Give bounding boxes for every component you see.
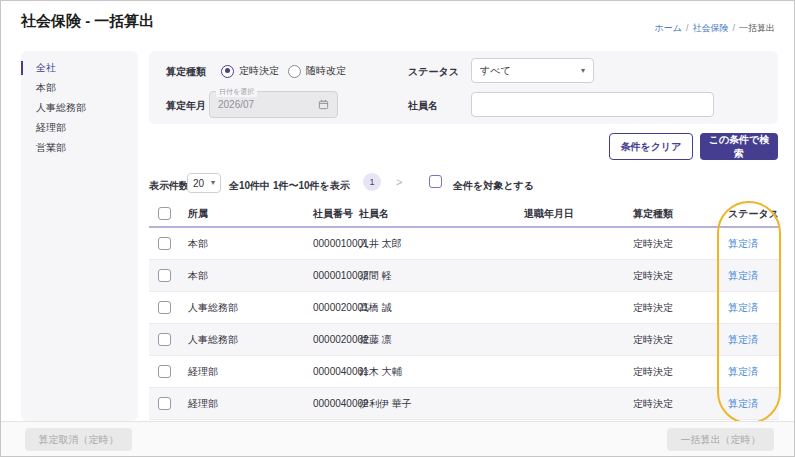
table-row: 本部 0000010002 須間 軽 定時決定 算定済 [149, 260, 779, 292]
app-window: 社会保険 - 一括算出 ホーム/社会保険/一括算出 全社 本部 人事総務部 経理… [0, 0, 795, 457]
employee-name-label: 社員名 [408, 99, 438, 113]
cell-employee-name: 伊利伊 華子 [359, 388, 412, 419]
cell-department: 本部 [188, 260, 208, 291]
table-header: 所属 社員番号 社員名 退職年月日 算定種類 ステータス [149, 201, 779, 228]
cell-calc-type: 定時決定 [633, 356, 673, 387]
cancel-calculation-button[interactable]: 算定取消（定時） [25, 428, 132, 451]
breadcrumb-current: 一括算出 [739, 23, 775, 33]
department-sidebar: 全社 本部 人事総務部 経理部 営業部 [21, 51, 138, 421]
header-select-all-checkbox[interactable] [158, 207, 171, 220]
page-size-value: 20 [193, 178, 204, 189]
status-select[interactable]: すべて ▾ [471, 58, 594, 83]
sidebar-item-hr-general-affairs[interactable]: 人事総務部 [21, 98, 138, 118]
table-row: 人事総務部 0000020002 佐藤 凛 定時決定 算定済 [149, 324, 779, 356]
status-link[interactable]: 算定済 [728, 260, 758, 291]
row-checkbox[interactable] [158, 333, 171, 346]
radio-label: 随時改定 [306, 64, 346, 78]
cell-department: 本部 [188, 228, 208, 259]
footer-action-bar: 算定取消（定時） 一括算出（定時） [1, 421, 794, 456]
cell-department: 経理部 [188, 356, 218, 387]
cell-calc-type: 定時決定 [633, 324, 673, 355]
cell-employee-name: 髙橋 誠 [359, 292, 392, 323]
select-all-records-label: 全件を対象とする [453, 179, 534, 193]
calc-type-label: 算定種類 [166, 65, 206, 79]
sidebar-item-accounting[interactable]: 経理部 [21, 118, 138, 138]
status-link[interactable]: 算定済 [728, 388, 758, 419]
breadcrumb: ホーム/社会保険/一括算出 [655, 22, 775, 35]
breadcrumb-link-home[interactable]: ホーム [655, 23, 682, 33]
select-all-records-checkbox[interactable] [429, 175, 442, 188]
status-filter-label: ステータス [408, 65, 459, 79]
row-checkbox[interactable] [158, 301, 171, 314]
row-checkbox[interactable] [158, 397, 171, 410]
calc-month-placeholder: 日付を選択 [216, 87, 257, 97]
row-checkbox[interactable] [158, 365, 171, 378]
cell-employee-name: 入井 太郎 [359, 228, 402, 259]
header-retirement-date: 退職年月日 [524, 207, 574, 221]
breadcrumb-link-insurance[interactable]: 社会保険 [692, 23, 728, 33]
header-employee-name: 社員名 [359, 207, 389, 221]
breadcrumb-separator: / [686, 23, 689, 33]
radio-occasional-revision[interactable]: 随時改定 [288, 64, 346, 78]
table-row: 本部 0000010001 入井 太郎 定時決定 算定済 [149, 228, 779, 260]
table-row: 人事総務部 0000020001 髙橋 誠 定時決定 算定済 [149, 292, 779, 324]
sidebar-item-label: 全社 [36, 62, 56, 73]
radio-scheduled-decision[interactable]: 定時決定 [221, 64, 279, 78]
table-row: 経理部 0000040001 鈴木 大輔 定時決定 算定済 [149, 356, 779, 388]
sidebar-item-label: 本部 [36, 82, 56, 93]
cell-department: 人事総務部 [188, 324, 238, 355]
filter-panel: 算定種類 定時決定 随時改定 ステータス すべて ▾ 算定年月 日付を選択 20… [149, 51, 778, 124]
header-employee-no: 社員番号 [313, 207, 353, 221]
sidebar-item-label: 人事総務部 [36, 102, 86, 113]
calc-month-value: 2026/07 [218, 99, 318, 110]
sidebar-item-label: 経理部 [36, 122, 66, 133]
cell-calc-type: 定時決定 [633, 292, 673, 323]
breadcrumb-separator: / [732, 23, 735, 33]
page-title: 社会保険 - 一括算出 [21, 12, 154, 31]
radio-unselected-icon [288, 65, 301, 78]
radio-selected-icon [221, 65, 234, 78]
header-status: ステータス [728, 207, 779, 221]
cell-calc-type: 定時決定 [633, 228, 673, 259]
cell-employee-name: 佐藤 凛 [359, 324, 392, 355]
result-range-text: 全10件中 1件〜10件を表示 [229, 179, 350, 193]
batch-calculate-button[interactable]: 一括算出（定時） [667, 428, 774, 451]
status-select-value: すべて [480, 64, 511, 78]
status-link[interactable]: 算定済 [728, 292, 758, 323]
calc-month-label: 算定年月 [166, 99, 206, 113]
radio-label: 定時決定 [239, 64, 279, 78]
chevron-down-icon: ▾ [211, 179, 215, 187]
sidebar-item-label: 営業部 [36, 142, 66, 153]
cell-calc-type: 定時決定 [633, 260, 673, 291]
header-department: 所属 [188, 207, 208, 221]
pagination-page-1[interactable]: 1 [363, 173, 381, 191]
clear-conditions-button[interactable]: 条件をクリア [609, 133, 693, 160]
calendar-icon [318, 99, 329, 110]
sidebar-item-headquarters[interactable]: 本部 [21, 78, 138, 98]
cell-calc-type: 定時決定 [633, 388, 673, 419]
chevron-down-icon: ▾ [581, 67, 585, 75]
row-checkbox[interactable] [158, 269, 171, 282]
sidebar-item-all-company[interactable]: 全社 [21, 58, 138, 78]
cell-department: 経理部 [188, 388, 218, 419]
calc-month-field[interactable]: 日付を選択 2026/07 [209, 91, 338, 118]
search-button[interactable]: この条件で検索 [700, 133, 778, 160]
table-row: 経理部 0000040002 伊利伊 華子 定時決定 算定済 [149, 388, 779, 420]
cell-department: 人事総務部 [188, 292, 238, 323]
page-size-select[interactable]: 20 ▾ [187, 173, 221, 193]
pagination-prev-icon[interactable]: < [343, 177, 349, 188]
sidebar-item-sales[interactable]: 営業部 [21, 138, 138, 158]
employee-name-input[interactable] [471, 92, 714, 117]
row-checkbox[interactable] [158, 237, 171, 250]
status-link[interactable]: 算定済 [728, 228, 758, 259]
pagination-next-icon[interactable]: > [396, 177, 402, 188]
header-calc-type: 算定種類 [633, 207, 673, 221]
status-link[interactable]: 算定済 [728, 324, 758, 355]
cell-employee-name: 鈴木 大輔 [359, 356, 402, 387]
cell-employee-name: 須間 軽 [359, 260, 392, 291]
page-size-label: 表示件数 [149, 179, 189, 193]
status-link[interactable]: 算定済 [728, 356, 758, 387]
